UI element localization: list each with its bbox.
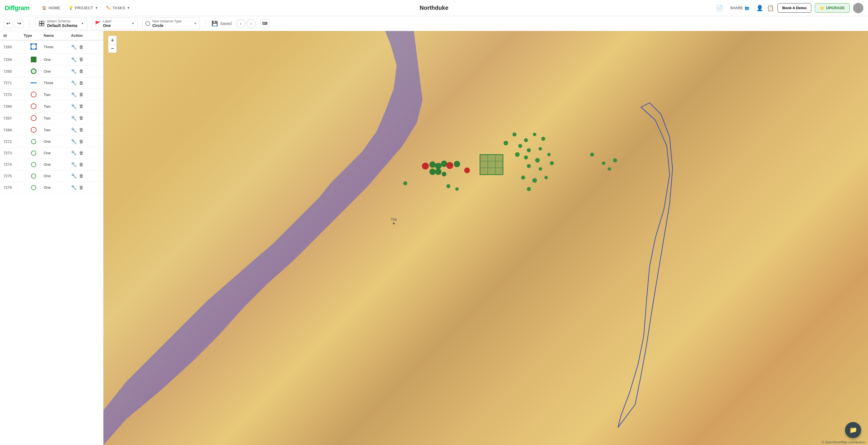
edit-instance-button[interactable]: 🔧 [71,139,77,144]
map-dot-7 [518,144,522,148]
cell-actions: 🔧🗑 [71,173,100,179]
label-label: Label [103,19,111,23]
label-selector[interactable]: 🚩 Label One ▼ [92,17,138,30]
cell-type [24,151,44,156]
map-polygon-outline [618,103,673,427]
edit-instance-button[interactable]: 🔧 [71,57,77,62]
nav-home-label: HOME [49,6,60,10]
map-dot-13 [547,153,551,156]
cell-actions: 🔧🗑 [71,44,100,50]
map-dot-8 [527,148,531,152]
file-icon[interactable]: 📄 [716,5,723,11]
upgrade-button[interactable]: ⭐ UPGRADE [815,3,849,13]
next-button[interactable]: › [247,19,256,28]
prev-button[interactable]: ‹ [236,19,245,28]
cell-type [24,83,44,83]
edit-instance-button[interactable]: 🔧 [71,150,77,156]
delete-instance-button[interactable]: 🗑 [79,185,84,190]
table-row: 7273One🔧🗑 [0,147,103,159]
zoom-out-button[interactable]: − [108,44,117,53]
edit-instance-button[interactable]: 🔧 [71,92,77,97]
map-circle-green-4 [454,161,460,167]
cell-type [24,127,44,133]
delete-instance-button[interactable]: 🗑 [79,162,84,167]
edit-instance-button[interactable]: 🔧 [71,69,77,74]
map-dot-17 [521,176,525,180]
edit-instance-button[interactable]: 🔧 [71,80,77,86]
nav-right: 📄 SHARE 👥 👤 📋 Book A Demo ⭐ UPGRADE [716,3,863,13]
nav-tasks[interactable]: ✏️ TASKS ▼ [103,4,133,12]
cell-type [24,115,44,121]
cell-actions: 🔧🗑 [71,127,100,133]
cell-id: 7260 [3,69,24,73]
nav-home[interactable]: 🏠 HOME [38,4,64,12]
delete-instance-button[interactable]: 🗑 [79,81,84,86]
cell-actions: 🔧🗑 [71,116,100,121]
edit-instance-button[interactable]: 🔧 [71,44,77,50]
share-people-icon: 👥 [745,6,749,10]
header-action: Action [71,33,100,38]
cell-type [24,185,44,190]
cell-actions: 🔧🗑 [71,150,100,156]
cell-name: One [44,151,71,155]
delete-instance-button[interactable]: 🗑 [79,173,84,179]
delete-instance-button[interactable]: 🗑 [79,151,84,156]
undo-button[interactable]: ↩ [3,19,13,28]
edit-instance-button[interactable]: 🔧 [71,104,77,109]
delete-instance-button[interactable]: 🗑 [79,92,84,97]
cell-type [24,139,44,144]
app-logo[interactable]: Diffgram [5,4,29,12]
map-area[interactable]: Tilia + − 📁 © OpenStreetMap contributors… [103,31,868,445]
upgrade-label: UPGRADE [826,6,845,10]
keyboard-shortcuts-button[interactable]: ⌨ [260,19,270,28]
instance-type-selector[interactable]: New Instance Type Circle ▼ [142,17,200,30]
map-circle-green-7 [442,172,446,177]
flag-icon: 🚩 [95,21,101,26]
circle-icon [146,21,150,26]
table-row: 7266Two🔧🗑 [0,100,103,112]
cell-id: 7269 [3,45,24,49]
map-dot-9 [538,147,542,151]
svg-rect-0 [39,21,41,23]
cell-id: 7271 [3,81,24,85]
user-avatar[interactable] [853,3,863,13]
edit-instance-button[interactable]: 🔧 [71,127,77,133]
cell-name: Three [44,45,71,49]
delete-instance-button[interactable]: 🗑 [79,104,84,109]
delete-instance-button[interactable]: 🗑 [79,44,84,50]
svg-point-7 [30,49,32,50]
cell-type [24,92,44,97]
map-dot-26 [608,167,611,171]
undo-redo-group: ↩ ↪ [3,19,24,28]
team-icon[interactable]: 👤 [756,5,764,11]
delete-instance-button[interactable]: 🗑 [79,139,84,144]
main-content: Id Type Name Action 7269Three🔧🗑7259One🔧🗑… [0,31,868,445]
nav-project[interactable]: 💡 PROJECT ▼ [65,4,101,12]
cell-type [24,162,44,167]
edit-instance-button[interactable]: 🔧 [71,116,77,121]
map-rect-annotation [480,155,503,175]
delete-instance-button[interactable]: 🗑 [79,69,84,74]
delete-instance-button[interactable]: 🗑 [79,127,84,132]
delete-instance-button[interactable]: 🗑 [79,57,84,62]
zoom-in-button[interactable]: + [108,36,117,44]
schema-chevron-icon: ▼ [81,22,84,25]
map-dot-6 [503,141,508,146]
delete-instance-button[interactable]: 🗑 [79,116,84,121]
table-header: Id Type Name Action [0,31,103,40]
export-icon[interactable]: 📋 [767,5,774,11]
redo-button[interactable]: ↪ [14,19,24,28]
cell-actions: 🔧🗑 [71,104,100,109]
edit-instance-button[interactable]: 🔧 [71,162,77,167]
edit-instance-button[interactable]: 🔧 [71,173,77,179]
table-row: 7272One🔧🗑 [0,136,103,147]
table-row: 7268Two🔧🗑 [0,124,103,136]
fab-button[interactable]: 📁 [845,422,861,438]
tasks-chevron-icon: ▼ [127,6,130,9]
book-demo-button[interactable]: Book A Demo [777,3,811,13]
cell-actions: 🔧🗑 [71,80,100,86]
share-button[interactable]: SHARE 👥 [726,4,753,12]
schema-selector[interactable]: Select Schema Default Schema ▼ [35,17,87,30]
map-dot-20 [527,187,531,191]
edit-instance-button[interactable]: 🔧 [71,185,77,190]
